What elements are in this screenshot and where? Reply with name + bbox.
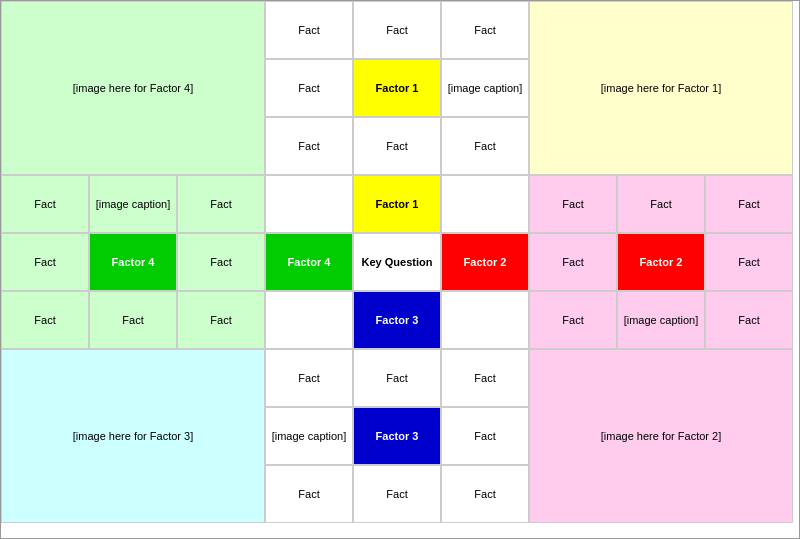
cell-r7c4: Fact — [265, 349, 353, 407]
cell-r1c4: Fact — [265, 1, 353, 59]
cell-r1c6: Fact — [441, 1, 529, 59]
cell-r2c6: [image caption] — [441, 59, 529, 117]
cell-r9c5: Fact — [353, 465, 441, 523]
factor3-image-area: [image here for Factor 3] — [1, 349, 265, 523]
cell-r5c8-factor2: Factor 2 — [617, 233, 705, 291]
cell-r8c4: [image caption] — [265, 407, 353, 465]
cell-r4c8: Fact — [617, 175, 705, 233]
cell-r4c3: Fact — [177, 175, 265, 233]
cell-r9c6: Fact — [441, 465, 529, 523]
cell-r3c5: Fact — [353, 117, 441, 175]
cell-r5c1: Fact — [1, 233, 89, 291]
cell-r4c9: Fact — [705, 175, 793, 233]
cell-factor1-center: Factor 1 — [353, 59, 441, 117]
cell-r6c2: Fact — [89, 291, 177, 349]
cell-r6c5-factor3: Factor 3 — [353, 291, 441, 349]
factor1-image-area: [image here for Factor 1] — [529, 1, 793, 175]
cell-r6c9: Fact — [705, 291, 793, 349]
cell-r5c7: Fact — [529, 233, 617, 291]
cell-r7c5: Fact — [353, 349, 441, 407]
cell-r4c2: [image caption] — [89, 175, 177, 233]
cell-r5c9: Fact — [705, 233, 793, 291]
cell-r4c1: Fact — [1, 175, 89, 233]
cell-r5c3: Fact — [177, 233, 265, 291]
factor2-image-area: [image here for Factor 2] — [529, 349, 793, 523]
cell-r4c5-factor1: Factor 1 — [353, 175, 441, 233]
cell-r4c4 — [265, 175, 353, 233]
cell-r9c4: Fact — [265, 465, 353, 523]
cell-r5c4-factor4: Factor 4 — [265, 233, 353, 291]
cell-r5c6-factor2: Factor 2 — [441, 233, 529, 291]
cell-r8c5-factor3: Factor 3 — [353, 407, 441, 465]
cell-r4c7: Fact — [529, 175, 617, 233]
cell-r3c6: Fact — [441, 117, 529, 175]
cell-r2c4: Fact — [265, 59, 353, 117]
cell-r6c6 — [441, 291, 529, 349]
cell-r6c4 — [265, 291, 353, 349]
cell-r6c8: [image caption] — [617, 291, 705, 349]
main-grid: [image here for Factor 4] Fact Fact Fact… — [0, 0, 800, 539]
cell-r3c4: Fact — [265, 117, 353, 175]
cell-r1c5: Fact — [353, 1, 441, 59]
cell-r6c7: Fact — [529, 291, 617, 349]
cell-r7c6: Fact — [441, 349, 529, 407]
cell-r5c2-factor4: Factor 4 — [89, 233, 177, 291]
cell-r4c6 — [441, 175, 529, 233]
cell-r6c3: Fact — [177, 291, 265, 349]
factor4-image-area: [image here for Factor 4] — [1, 1, 265, 175]
cell-r6c1: Fact — [1, 291, 89, 349]
cell-key-question: Key Question — [353, 233, 441, 291]
cell-r8c6: Fact — [441, 407, 529, 465]
